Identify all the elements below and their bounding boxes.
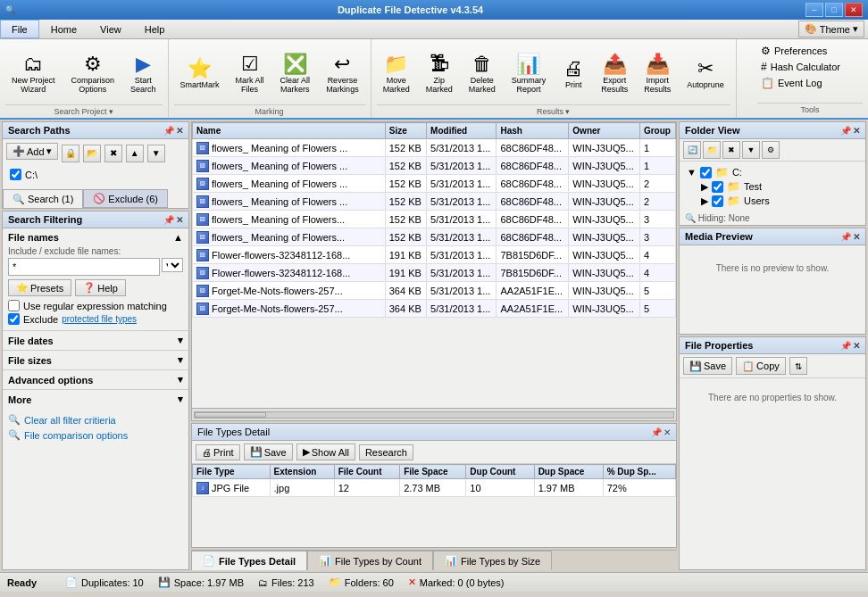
path-checkbox[interactable] bbox=[10, 169, 21, 180]
remove-path-icon[interactable]: ✖ bbox=[104, 145, 122, 162]
horizontal-scrollbar[interactable] bbox=[192, 408, 676, 420]
protected-checkbox[interactable] bbox=[8, 313, 20, 325]
close-button[interactable]: ✕ bbox=[845, 3, 863, 17]
clear-all-markers-button[interactable]: ❎ Clear AllMarkers bbox=[274, 51, 317, 97]
lock-icon[interactable]: 🔒 bbox=[62, 145, 79, 162]
hash-calculator-button[interactable]: # Hash Calculator bbox=[757, 59, 863, 75]
table-row[interactable]: 🖼Flower-flowers-32348112-168...191 KB5/3… bbox=[193, 246, 676, 264]
print-button[interactable]: 🖨 Print bbox=[555, 55, 591, 93]
help-button[interactable]: ❓ Help bbox=[75, 279, 126, 296]
filename-filter-select[interactable]: ▾ bbox=[162, 258, 183, 272]
file-properties-close-icon[interactable]: ✕ bbox=[853, 341, 860, 351]
tab-file-types-size[interactable]: 📊 File Types by Size bbox=[433, 551, 552, 570]
table-row[interactable]: 🖼flowers_ Meaning of Flowers ...152 KB5/… bbox=[193, 193, 676, 211]
autoprune-button[interactable]: ✂ Autoprune bbox=[680, 55, 730, 93]
close-panel-icon[interactable]: ✕ bbox=[176, 126, 183, 136]
start-search-button[interactable]: ▶ StartSearch bbox=[124, 51, 163, 97]
file-properties-pin-icon[interactable]: 📌 bbox=[840, 341, 851, 351]
file-comparison-link[interactable]: 🔍 File comparison options bbox=[8, 429, 183, 441]
reverse-markings-button[interactable]: ↩ ReverseMarkings bbox=[320, 51, 365, 97]
tab-file-types-detail[interactable]: 📄 File Types Detail bbox=[191, 551, 307, 570]
table-row[interactable]: 🖼Flower-flowers-32348112-168...191 KB5/3… bbox=[193, 264, 676, 282]
summary-report-button[interactable]: 📊 SummaryReport bbox=[505, 51, 553, 97]
copy-props-button[interactable]: 📋 Copy bbox=[736, 357, 786, 375]
table-row[interactable]: 🖼flowers_ Meaning of Flowers ...152 KB5/… bbox=[193, 139, 676, 157]
filename-filter-input[interactable] bbox=[8, 258, 160, 276]
preferences-button[interactable]: ⚙ Preferences bbox=[757, 43, 863, 59]
folder-view-close-icon[interactable]: ✕ bbox=[853, 126, 860, 136]
table-row[interactable]: 🖼Forget-Me-Nots-flowers-257...364 KB5/31… bbox=[193, 282, 676, 300]
save-props-button[interactable]: 💾 Save bbox=[683, 357, 732, 375]
file-types-close-icon[interactable]: ✕ bbox=[664, 427, 671, 437]
theme-button[interactable]: 🎨 Theme ▾ bbox=[798, 21, 864, 37]
summary-report-icon: 📊 bbox=[516, 54, 540, 74]
menu-file[interactable]: File bbox=[0, 20, 39, 38]
props-sort-icon[interactable]: ⇅ bbox=[789, 357, 807, 375]
maximize-button[interactable]: □ bbox=[825, 3, 843, 17]
advanced-options-header[interactable]: Advanced options ▾ bbox=[8, 374, 183, 386]
tree-item-test[interactable]: ▶ 📁 Test bbox=[683, 179, 862, 194]
tab-file-types-count[interactable]: 📊 File Types by Count bbox=[307, 551, 433, 570]
up-icon[interactable]: ▲ bbox=[126, 145, 144, 162]
folder-refresh-icon[interactable]: 🔄 bbox=[683, 141, 701, 159]
minimize-button[interactable]: – bbox=[805, 3, 823, 17]
table-row[interactable]: 🖼flowers_ Meaning of Flowers...152 KB5/3… bbox=[193, 228, 676, 246]
print-types-button[interactable]: 🖨 Print bbox=[196, 444, 240, 460]
folder-options-icon[interactable]: ⚙ bbox=[762, 141, 780, 159]
file-dates-header[interactable]: File dates ▾ bbox=[8, 335, 183, 346]
pin-icon[interactable]: 📌 bbox=[163, 126, 174, 136]
mark-all-files-button[interactable]: ☑ Mark AllFiles bbox=[230, 51, 271, 97]
collapse-icon[interactable]: ▲ bbox=[173, 232, 183, 243]
table-row[interactable]: 🖼flowers_ Meaning of Flowers...152 KB5/3… bbox=[193, 211, 676, 228]
tree-item-users[interactable]: ▶ 📁 Users bbox=[683, 194, 862, 208]
export-results-button[interactable]: 📤 ExportResults bbox=[595, 51, 634, 97]
new-project-wizard-button[interactable]: 🗂 New ProjectWizard bbox=[5, 51, 62, 97]
detail-row[interactable]: JJPG File.jpg122.73 MB101.97 MB72% bbox=[193, 479, 676, 497]
presets-button[interactable]: ⭐ Presets bbox=[8, 279, 71, 296]
file-types-size-icon: 📊 bbox=[445, 555, 457, 567]
folder-remove-icon[interactable]: ✖ bbox=[722, 141, 740, 159]
delete-marked-button[interactable]: 🗑 DeleteMarked bbox=[463, 51, 502, 97]
save-types-button[interactable]: 💾 Save bbox=[244, 444, 293, 460]
more-header[interactable]: More ▾ bbox=[8, 394, 183, 405]
scroll-thumb[interactable] bbox=[195, 412, 266, 418]
zip-marked-button[interactable]: 🗜 ZipMarked bbox=[420, 51, 459, 97]
event-log-button[interactable]: 📋 Event Log bbox=[757, 75, 863, 91]
comparison-options-button[interactable]: ⚙ ComparisonOptions bbox=[65, 51, 121, 97]
research-button[interactable]: Research bbox=[359, 444, 413, 460]
tab-search[interactable]: 🔍 Search (1) bbox=[3, 189, 83, 208]
media-preview-close-icon[interactable]: ✕ bbox=[853, 232, 860, 242]
tree-check-users[interactable] bbox=[712, 195, 723, 207]
menu-home[interactable]: Home bbox=[39, 20, 88, 38]
add-label: Add bbox=[27, 146, 45, 157]
file-types-detail-header: File Types Detail 📌 ✕ bbox=[192, 424, 676, 441]
show-all-button[interactable]: ▶ Show All bbox=[296, 444, 355, 460]
filtering-pin-icon[interactable]: 📌 bbox=[163, 215, 174, 225]
move-marked-button[interactable]: 📁 MoveMarked bbox=[377, 51, 416, 97]
filtering-close-icon[interactable]: ✕ bbox=[176, 215, 183, 225]
menu-help[interactable]: Help bbox=[133, 20, 177, 38]
save-props-icon: 💾 bbox=[689, 361, 702, 372]
table-row[interactable]: 🖼flowers_ Meaning of Flowers ...152 KB5/… bbox=[193, 175, 676, 193]
regex-checkbox[interactable] bbox=[8, 300, 20, 311]
table-row[interactable]: 🖼flowers_ Meaning of Flowers ...152 KB5/… bbox=[193, 157, 676, 175]
folder-view-pin-icon[interactable]: 📌 bbox=[840, 126, 851, 136]
menu-view[interactable]: View bbox=[88, 20, 133, 38]
tree-item-c[interactable]: ▼ 📁 C: bbox=[683, 165, 862, 179]
down-icon[interactable]: ▼ bbox=[147, 145, 165, 162]
table-row[interactable]: 🖼Forget-Me-Nots-flowers-257...364 KB5/31… bbox=[193, 300, 676, 318]
media-preview-pin-icon[interactable]: 📌 bbox=[840, 232, 851, 242]
add-path-button[interactable]: ➕ Add ▾ bbox=[6, 143, 58, 160]
smartmark-button[interactable]: ⭐ SmartMark bbox=[174, 55, 226, 93]
protected-link[interactable]: protected file types bbox=[62, 314, 137, 324]
tree-check-test[interactable] bbox=[712, 181, 723, 193]
clear-filters-link[interactable]: 🔍 Clear all filter critieria bbox=[8, 414, 183, 426]
tree-check-c[interactable] bbox=[700, 167, 712, 178]
import-results-button[interactable]: 📥 ImportResults bbox=[638, 51, 677, 97]
tab-exclude[interactable]: 🚫 Exclude (6) bbox=[83, 189, 168, 208]
folder-expand-icon[interactable]: ▼ bbox=[742, 141, 760, 159]
file-sizes-header[interactable]: File sizes ▾ bbox=[8, 354, 183, 366]
file-types-pin-icon[interactable]: 📌 bbox=[651, 427, 662, 437]
folder-add-icon[interactable]: 📁 bbox=[703, 141, 721, 159]
folder-browse-icon[interactable]: 📂 bbox=[83, 145, 101, 162]
